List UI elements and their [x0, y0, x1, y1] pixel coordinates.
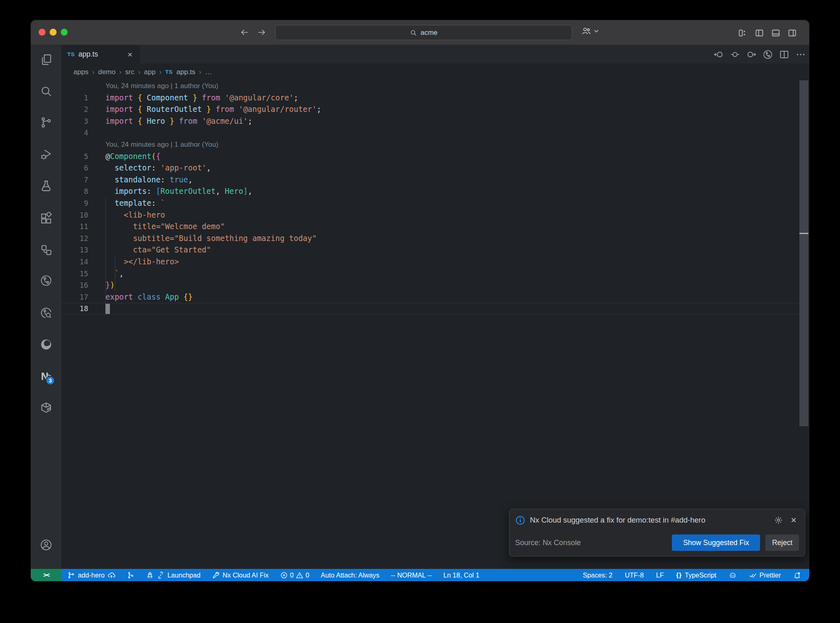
breadcrumb-demo[interactable]: demo [98, 68, 116, 76]
line-number: 11 [62, 221, 88, 233]
testing-icon[interactable] [31, 173, 62, 198]
project-graph-icon[interactable] [31, 237, 62, 262]
breadcrumbs: apps › demo › src › app › TS app.ts › … [62, 64, 809, 80]
close-button[interactable] [39, 29, 46, 36]
problems-status[interactable]: 0 0 [276, 569, 313, 581]
copilot-status[interactable] [725, 569, 741, 581]
indentation-status[interactable]: Spaces: 2 [579, 569, 616, 581]
split-editor-icon[interactable] [779, 49, 790, 60]
code-line: 16}) [62, 280, 799, 291]
line-number: 17 [62, 291, 88, 303]
branch-name: add-hero [78, 571, 105, 579]
zoom-button[interactable] [61, 29, 68, 36]
auto-attach-status[interactable]: Auto Attach: Always [317, 569, 383, 581]
profiles-menu[interactable] [581, 26, 599, 36]
notification-settings-gear-icon[interactable] [773, 515, 784, 525]
launchpad-status[interactable]: Launchpad [142, 569, 205, 581]
show-suggested-fix-button[interactable]: Show Suggested Fix [672, 534, 760, 551]
vim-mode-status[interactable]: -- NORMAL -- [387, 569, 436, 581]
gitlens-icon[interactable] [31, 268, 62, 293]
notification-source: Source: Nx Console [515, 539, 672, 547]
explorer-icon[interactable] [31, 47, 62, 72]
vim-mode-label: -- NORMAL -- [391, 571, 432, 579]
typescript-file-icon: TS [165, 69, 173, 75]
code-line: 1import { Component } from '@angular/cor… [62, 92, 799, 104]
remote-indicator[interactable]: >< [31, 569, 62, 581]
accounts-icon [581, 26, 591, 36]
minimize-button[interactable] [50, 29, 57, 36]
extensions-icon[interactable] [31, 205, 62, 231]
toggle-secondary-sidebar-icon[interactable] [786, 27, 798, 39]
notifications-bell[interactable] [789, 569, 805, 581]
breadcrumb-src[interactable]: src [125, 68, 135, 76]
line-number: 14 [62, 256, 88, 268]
code-line: 17export class App {} [62, 291, 799, 303]
breadcrumb-app[interactable]: app [144, 68, 155, 76]
search-view-icon[interactable] [31, 78, 62, 104]
line-number [62, 139, 88, 151]
wrench-icon [212, 571, 220, 579]
command-center-search[interactable]: acme [275, 25, 572, 40]
toggle-primary-sidebar-icon[interactable] [753, 27, 765, 39]
code-line: 18 [62, 303, 799, 315]
breadcrumb-file[interactable]: app.ts [176, 68, 195, 76]
breadcrumb-apps[interactable]: apps [73, 68, 89, 76]
title-bar[interactable]: acme [31, 20, 809, 45]
code-line: 15 `, [62, 268, 799, 280]
eol-status[interactable]: LF [652, 569, 668, 581]
chevron-right-icon: › [92, 68, 94, 76]
braces-icon: {} [676, 571, 682, 579]
scrollbar-thumb[interactable] [799, 80, 808, 426]
tab-app-ts[interactable]: TS app.ts × [62, 45, 139, 64]
breadcrumb-more[interactable]: … [205, 68, 212, 76]
editor-group: TS app.ts × [62, 45, 809, 569]
more-actions-icon[interactable] [795, 49, 806, 60]
notification-close-icon[interactable]: × [788, 515, 799, 525]
toggle-panel-icon[interactable] [770, 27, 781, 39]
line-number: 16 [62, 280, 88, 291]
remote-icon: >< [43, 571, 49, 579]
open-changes-icon[interactable] [730, 49, 740, 60]
editor-scrollbar[interactable] [799, 80, 809, 569]
open-next-change-icon[interactable] [746, 49, 757, 60]
git-branch-status[interactable]: add-hero [63, 569, 119, 581]
nx-cloud-fix-status[interactable]: Nx Cloud AI Fix [208, 569, 273, 581]
commit-graph-status[interactable] [123, 569, 139, 581]
eol-label: LF [656, 571, 664, 579]
back-arrow-icon[interactable] [238, 26, 251, 39]
typescript-file-icon: TS [67, 51, 75, 57]
containers-icon[interactable] [31, 395, 62, 420]
source-control-icon[interactable] [31, 109, 62, 135]
account-icon[interactable] [31, 532, 62, 557]
code-line: 4 [62, 127, 799, 139]
search-value: acme [420, 29, 438, 37]
run-debug-icon[interactable] [31, 141, 62, 167]
encoding-status[interactable]: UTF-8 [621, 569, 648, 581]
line-number: 7 [62, 174, 88, 186]
edge-browser-icon[interactable] [31, 332, 62, 357]
language-mode-status[interactable]: {} TypeScript [672, 569, 721, 581]
line-number: 9 [62, 198, 88, 209]
forward-arrow-icon[interactable] [255, 26, 268, 39]
nx-badge: 3 [46, 376, 55, 385]
nx-console-icon[interactable]: N> 3 [31, 364, 62, 389]
cursor-position-label: Ln 18, Col 1 [443, 571, 479, 579]
commit-graph-icon[interactable] [762, 49, 773, 60]
warning-icon [296, 571, 304, 579]
code-editor[interactable]: You, 24 minutes ago | 1 author (You)1imp… [62, 80, 799, 569]
cursor-position-status[interactable]: Ln 18, Col 1 [439, 569, 484, 581]
open-previous-change-icon[interactable] [713, 49, 724, 60]
gitlens-inspect-icon[interactable] [31, 300, 62, 325]
code-line: 11 title="Welcmoe demo" [62, 221, 799, 233]
vim-block-cursor [105, 304, 110, 314]
line-number: 4 [62, 127, 88, 139]
customize-layout-icon[interactable] [736, 27, 748, 39]
copilot-icon [729, 571, 737, 579]
notification-message: Nx Cloud suggested a fix for demo:test i… [530, 516, 769, 525]
tab-close-icon[interactable]: × [127, 50, 133, 59]
auto-attach-label: Auto Attach: Always [321, 571, 379, 579]
reject-button[interactable]: Reject [765, 534, 799, 551]
formatter-status[interactable]: Prettier [745, 569, 785, 581]
error-icon [280, 571, 288, 579]
cloud-upload-icon [107, 571, 115, 579]
